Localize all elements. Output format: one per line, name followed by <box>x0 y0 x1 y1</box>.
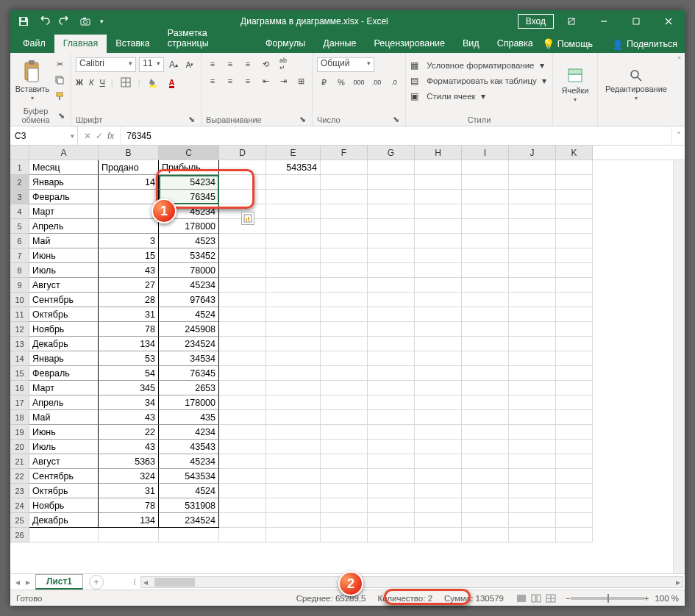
row-header[interactable]: 15 <box>10 366 29 381</box>
row-header[interactable]: 12 <box>10 322 29 337</box>
cell[interactable] <box>219 395 266 410</box>
cell[interactable] <box>509 337 556 351</box>
cell[interactable] <box>219 366 266 381</box>
cell[interactable] <box>509 248 556 263</box>
align-top-icon[interactable]: ≡ <box>206 57 219 71</box>
cell[interactable] <box>556 454 593 469</box>
cell[interactable] <box>219 425 266 440</box>
cell[interactable] <box>321 160 368 175</box>
cell[interactable] <box>219 322 266 337</box>
bold-button[interactable]: Ж <box>76 78 83 87</box>
cell[interactable]: 54 <box>99 366 159 381</box>
cell[interactable]: 45234 <box>159 278 219 293</box>
cell[interactable] <box>266 351 321 366</box>
cell[interactable] <box>321 204 368 219</box>
cell[interactable] <box>321 278 368 293</box>
row-header[interactable]: 10 <box>10 293 29 307</box>
conditional-formatting-button[interactable]: ▦ Условное форматирование ▾ <box>410 59 548 72</box>
cell[interactable] <box>29 528 99 542</box>
cell[interactable] <box>556 440 593 454</box>
zoom-level[interactable]: 100 % <box>655 594 679 603</box>
cell[interactable] <box>368 322 415 337</box>
font-launcher[interactable]: ⬊ <box>187 115 196 124</box>
tab-file[interactable]: Файл <box>14 35 54 53</box>
cell[interactable] <box>219 307 266 322</box>
cell[interactable]: Январь <box>29 175 99 190</box>
enter-formula-icon[interactable]: ✓ <box>96 131 103 141</box>
cell[interactable] <box>556 322 593 337</box>
expand-formula-bar-icon[interactable]: ˅ <box>671 126 685 145</box>
tellme-icon[interactable]: 💡 <box>542 38 555 50</box>
cell[interactable]: Февраль <box>29 366 99 381</box>
cell[interactable] <box>462 160 509 175</box>
cell[interactable] <box>556 263 593 278</box>
cell[interactable]: Июнь <box>29 248 99 263</box>
cell[interactable] <box>462 278 509 293</box>
font-size-select[interactable]: 11 <box>139 57 164 72</box>
cell[interactable] <box>321 440 368 454</box>
cell[interactable]: Июнь <box>29 425 99 440</box>
share-icon[interactable]: 👤 <box>612 39 624 50</box>
row-header[interactable]: 8 <box>10 263 29 278</box>
camera-icon[interactable] <box>79 15 91 27</box>
italic-button[interactable]: К <box>89 78 93 87</box>
cell[interactable] <box>462 498 509 513</box>
cell[interactable]: 435 <box>159 410 219 425</box>
cell[interactable] <box>266 440 321 454</box>
cell[interactable] <box>368 337 415 351</box>
cell[interactable] <box>415 160 462 175</box>
cell[interactable] <box>462 513 509 528</box>
name-box[interactable]: C3 <box>10 126 78 145</box>
cell[interactable]: Июль <box>29 440 99 454</box>
col-header-g[interactable]: G <box>368 146 415 160</box>
cell[interactable] <box>509 234 556 248</box>
tab-review[interactable]: Рецензирование <box>365 35 454 53</box>
cell[interactable] <box>368 440 415 454</box>
cell[interactable] <box>509 293 556 307</box>
cell[interactable] <box>266 322 321 337</box>
cell[interactable]: 78 <box>99 498 159 513</box>
cell[interactable] <box>266 219 321 234</box>
cell[interactable] <box>266 337 321 351</box>
increase-indent-icon[interactable]: ⇥ <box>277 74 290 87</box>
cell[interactable] <box>321 263 368 278</box>
cell[interactable] <box>556 498 593 513</box>
row-header[interactable]: 26 <box>10 528 29 542</box>
cell[interactable]: 43 <box>99 263 159 278</box>
cell[interactable] <box>321 425 368 440</box>
cell[interactable] <box>368 175 415 190</box>
cell[interactable]: 134 <box>99 513 159 528</box>
cell[interactable] <box>321 234 368 248</box>
new-sheet-button[interactable]: + <box>89 575 104 590</box>
cell[interactable] <box>415 278 462 293</box>
col-header-e[interactable]: E <box>266 146 321 160</box>
ribbon-display-options[interactable] <box>557 10 586 32</box>
cell[interactable] <box>556 278 593 293</box>
cell[interactable] <box>556 528 593 542</box>
cell[interactable] <box>415 307 462 322</box>
save-icon[interactable] <box>18 15 29 27</box>
cell[interactable] <box>321 454 368 469</box>
cell[interactable] <box>509 278 556 293</box>
copy-icon[interactable] <box>53 74 66 87</box>
cell[interactable] <box>415 322 462 337</box>
minimize-button[interactable] <box>589 10 619 32</box>
cell[interactable] <box>266 528 321 542</box>
wrap-text-icon[interactable]: ab↵ <box>277 57 290 71</box>
cell[interactable] <box>556 425 593 440</box>
cell[interactable] <box>556 160 593 175</box>
cell[interactable] <box>159 528 219 542</box>
cell[interactable] <box>219 469 266 484</box>
undo-icon[interactable] <box>38 15 50 27</box>
collapse-ribbon-icon[interactable]: ˄ <box>674 53 685 126</box>
cell[interactable] <box>509 469 556 484</box>
cell[interactable]: Продано <box>99 160 159 175</box>
cell[interactable] <box>415 366 462 381</box>
cell[interactable] <box>556 381 593 395</box>
cell[interactable] <box>219 190 266 204</box>
cell[interactable] <box>368 248 415 263</box>
cell-styles-button[interactable]: ▣ Стили ячеек ▾ <box>410 90 548 103</box>
align-right-icon[interactable]: ≡ <box>241 74 254 87</box>
cell[interactable] <box>219 248 266 263</box>
cell[interactable]: Июль <box>29 263 99 278</box>
